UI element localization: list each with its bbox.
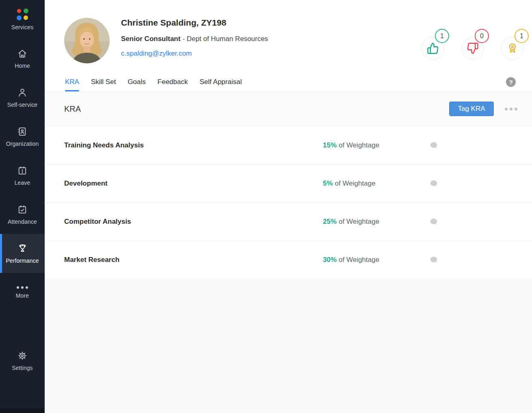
weightage-suffix: of Weightage — [339, 256, 379, 264]
content-background — [45, 279, 532, 413]
sidebar: Services Home Self-service — [0, 0, 45, 413]
sidebar-item-leave[interactable]: Leave — [0, 156, 45, 195]
app-window: Services Home Self-service — [0, 0, 532, 413]
help-icon[interactable]: ? — [506, 77, 516, 87]
ellipsis-icon — [17, 286, 28, 289]
employee-dept: - Dept of Human Resources — [182, 35, 268, 43]
kra-name: Development — [64, 179, 108, 188]
thumbs-up-count: 1 — [435, 29, 449, 43]
calendar-exclaim-icon — [17, 165, 28, 176]
sidebar-item-label: Home — [15, 63, 30, 69]
sidebar-item-more[interactable]: More — [0, 273, 45, 312]
avatar — [64, 18, 110, 63]
home-icon — [17, 48, 28, 59]
kra-section-header: KRA Tag KRA — [45, 92, 532, 126]
org-directory-icon — [17, 126, 28, 137]
tab-bar: KRA Skill Set Goals Feedback Self Apprai… — [45, 72, 532, 92]
sidebar-item-settings[interactable]: Settings — [0, 341, 45, 380]
calendar-check-icon — [17, 204, 28, 215]
profile-header: Christine Spalding, ZY198 Senior Consult… — [45, 0, 532, 72]
employee-email-link[interactable]: c.spalding@zylker.com — [121, 50, 192, 58]
tab-self-appraisal[interactable]: Self Appraisal — [199, 72, 242, 91]
thumbs-down-badge[interactable]: 0 — [461, 37, 484, 60]
kra-name: Training Needs Analysis — [64, 141, 144, 149]
thumbs-up-badge[interactable]: 1 — [422, 37, 444, 60]
award-count: 1 — [515, 29, 529, 43]
employee-role: Senior Consultant — [121, 35, 180, 43]
trophy-icon — [17, 243, 28, 254]
kra-percent: 15% — [323, 141, 337, 149]
employee-identity: Christine Spalding, ZY198 Senior Consult… — [121, 18, 268, 58]
sidebar-item-label: Self-service — [7, 102, 37, 108]
sidebar-item-label: Organization — [6, 141, 39, 147]
sidebar-item-label: Settings — [12, 365, 32, 371]
gear-icon — [17, 350, 28, 361]
tab-goals[interactable]: Goals — [128, 72, 145, 91]
person-icon — [17, 87, 28, 98]
thumbs-down-count: 0 — [475, 29, 489, 43]
kra-list: Training Needs Analysis 15%of Weightage … — [45, 126, 532, 279]
sidebar-item-label: Attendance — [8, 218, 37, 225]
sidebar-item-services[interactable]: Services — [0, 0, 45, 39]
kra-heading: KRA — [64, 104, 81, 114]
main-content: Christine Spalding, ZY198 Senior Consult… — [45, 0, 532, 413]
kra-row: Competitor Analysis 25%of Weightage — [45, 203, 532, 241]
kra-row: Development 5%of Weightage — [45, 164, 532, 203]
weightage-suffix: of Weightage — [335, 179, 376, 187]
kra-weightage: 30%of Weightage — [323, 256, 379, 264]
sidebar-item-label: Performance — [6, 257, 39, 264]
kra-row: Market Research 30%of Weightage — [45, 241, 532, 279]
tab-skill-set[interactable]: Skill Set — [91, 72, 116, 91]
comment-icon[interactable] — [430, 256, 439, 264]
sidebar-item-attendance[interactable]: Attendance — [0, 195, 45, 234]
sidebar-item-label: Leave — [15, 179, 30, 186]
sidebar-item-label: More — [16, 292, 29, 299]
sidebar-item-self-service[interactable]: Self-service — [0, 78, 45, 117]
employee-title: Senior Consultant- Dept of Human Resourc… — [121, 35, 268, 43]
kra-weightage: 5%of Weightage — [323, 179, 375, 188]
tag-kra-button[interactable]: Tag KRA — [449, 102, 494, 116]
kra-name: Competitor Analysis — [64, 218, 131, 226]
sidebar-item-organization[interactable]: Organization — [0, 117, 45, 156]
kra-percent: 25% — [323, 218, 337, 225]
weightage-suffix: of Weightage — [339, 141, 379, 149]
kra-weightage: 15%of Weightage — [323, 141, 379, 149]
weightage-suffix: of Weightage — [339, 218, 379, 225]
sidebar-item-performance[interactable]: Performance — [0, 234, 45, 273]
employee-name: Christine Spalding, ZY198 — [121, 18, 268, 28]
sidebar-item-label: Services — [11, 24, 33, 30]
comment-icon[interactable] — [430, 179, 439, 188]
kra-name: Market Research — [64, 256, 119, 264]
kra-row: Training Needs Analysis 15%of Weightage — [45, 126, 532, 164]
more-options-icon[interactable] — [505, 105, 517, 113]
sidebar-footer-strip — [0, 408, 45, 413]
award-badge[interactable]: 1 — [501, 37, 524, 60]
feedback-badges: 1 0 — [422, 37, 524, 60]
kra-weightage: 25%of Weightage — [323, 218, 379, 226]
apps-dots-icon — [17, 9, 28, 20]
comment-icon[interactable] — [430, 141, 439, 149]
kra-percent: 5% — [323, 179, 333, 187]
comment-icon[interactable] — [430, 218, 439, 226]
kra-percent: 30% — [323, 256, 337, 264]
sidebar-item-home[interactable]: Home — [0, 39, 45, 78]
tab-kra[interactable]: KRA — [65, 72, 79, 91]
tab-feedback[interactable]: Feedback — [158, 72, 188, 91]
